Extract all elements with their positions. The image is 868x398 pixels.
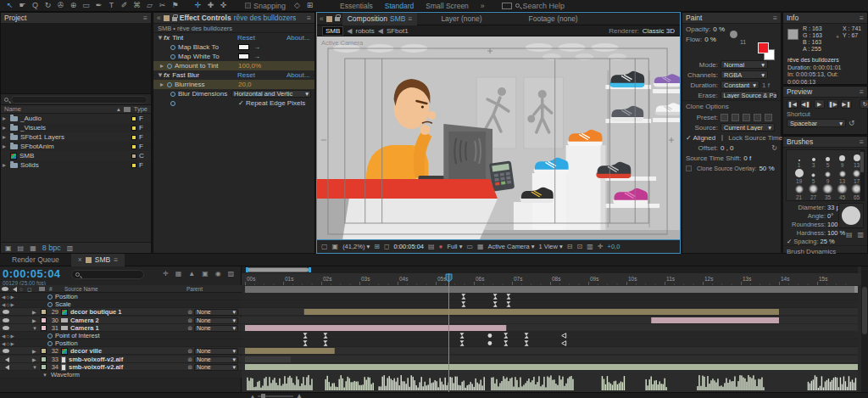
amount-to-tint-value[interactable]: 100,0% <box>238 62 261 70</box>
project-col-name[interactable]: Name <box>4 105 114 113</box>
eyedropper-arrow-icon[interactable]: → <box>253 43 260 51</box>
crumb-sfbot1[interactable]: SFbot1 <box>387 27 409 35</box>
effect-fast-blur-row[interactable]: ▼fx Fast Blur Reset About... <box>153 70 314 80</box>
lock-icon[interactable] <box>335 17 340 21</box>
timeline-timecode[interactable]: 0:00:05:04 <box>3 267 61 280</box>
eyedropper-arrow-icon[interactable]: → <box>253 53 260 60</box>
brush-preset-9[interactable]: 9 <box>835 152 849 168</box>
label-color-swatch[interactable] <box>131 126 136 131</box>
duration-frames[interactable]: 1 f <box>762 81 770 89</box>
next-frame-button[interactable]: ❚▶ <box>827 99 838 109</box>
transparency-grid-icon[interactable]: ▦ <box>477 243 484 250</box>
visibility-eye-icon[interactable] <box>0 318 19 322</box>
resolution-dropdown[interactable]: Full ▾ <box>447 243 462 250</box>
map-white-row[interactable]: Map White To → <box>153 52 314 61</box>
expander-icon[interactable]: ▶ <box>32 356 41 362</box>
offset-value[interactable]: 0 , 0 <box>721 144 734 152</box>
flow-value[interactable]: 0 % <box>704 36 716 43</box>
project-search-input[interactable] <box>11 96 147 104</box>
sync-settings-icon[interactable] <box>502 3 512 9</box>
world-axis-mode-icon[interactable]: ✚ <box>204 1 217 11</box>
pixel-aspect-icon[interactable]: ⊟ <box>567 243 573 250</box>
stopwatch-icon[interactable] <box>167 64 172 69</box>
frame-blending-icon[interactable]: ▣ <box>202 270 209 277</box>
brush-grid-scrollbar[interactable] <box>860 150 864 200</box>
ram-preview-icon[interactable]: ↺ <box>849 119 855 127</box>
pen-tool-icon[interactable]: ✒ <box>92 1 105 11</box>
property-name[interactable]: Scale <box>55 300 71 308</box>
panel-menu-icon[interactable]: ≡ <box>143 14 147 22</box>
angle-value[interactable]: 0° <box>827 212 833 220</box>
rotation-tool-icon[interactable]: ↻ <box>42 1 54 11</box>
panel-menu-icon[interactable]: ≡ <box>307 14 311 22</box>
delete-brush-icon[interactable]: ▥ <box>857 231 864 238</box>
roto-brush-tool-icon[interactable]: ✂ <box>156 1 169 11</box>
project-item-sfbot1-layers[interactable]: ▸SFbot1 LayersF <box>1 132 151 142</box>
selection-tool-icon[interactable]: ↖ <box>3 1 16 11</box>
layer-duration-bar[interactable] <box>245 325 506 331</box>
brush-preset-1[interactable]: 1 <box>792 152 806 168</box>
timeline-h-scrollbar[interactable] <box>248 268 309 272</box>
hardness-value[interactable]: 100 % <box>827 229 845 237</box>
pan-behind-tool-icon[interactable]: ⊕ <box>67 1 80 11</box>
project-bpc[interactable]: 8 bpc <box>42 244 61 252</box>
layer-row-32[interactable]: ▶32decor ville⊚None▾ <box>0 347 242 355</box>
property-row-position[interactable]: ◀◇▶Position <box>0 293 242 300</box>
aligned-checkbox[interactable]: ✓ Aligned <box>686 134 715 142</box>
zoom-level-dropdown[interactable]: (41,2%) ▾ <box>342 243 370 250</box>
panel-menu-icon[interactable]: ≡ <box>860 14 864 22</box>
project-item-solids[interactable]: ▸SolidsF <box>1 160 151 170</box>
brush-preset-45[interactable]: 45 <box>835 184 849 200</box>
duration-dropdown[interactable]: Constant▾ <box>721 81 760 89</box>
layer-label-swatch[interactable] <box>41 317 47 323</box>
exposure-value[interactable]: +0,0 <box>608 243 620 250</box>
map-white-swatch[interactable] <box>238 53 249 59</box>
brushes-panel-header[interactable]: Brushes ≡ <box>783 137 867 148</box>
clone-preset-1[interactable] <box>721 114 728 121</box>
brush-preset-19[interactable]: 19 <box>792 168 806 184</box>
property-row-position[interactable]: ◀◇▶Position <box>0 339 242 347</box>
effect-tint-row[interactable]: ▼fx Tint Reset About... <box>153 33 314 42</box>
property-row-point-of-interest[interactable]: ◀◇▶Point of Interest <box>0 332 242 339</box>
audio-speaker-icon[interactable] <box>0 357 19 362</box>
magnification-icon[interactable]: ▣ <box>332 243 339 250</box>
viewer-timecode[interactable]: 0:00:05:04 <box>394 243 424 250</box>
amount-to-tint-row[interactable]: ▸ Amount to Tint 100,0% <box>153 61 314 70</box>
label-color-swatch[interactable] <box>131 116 136 121</box>
clone-source-overlay-checkbox[interactable] <box>686 165 692 171</box>
local-axis-mode-icon[interactable]: ✛ <box>192 1 204 11</box>
parent-pickwhip-icon[interactable]: ⊚ <box>187 356 192 363</box>
spacing-value[interactable]: 25 % <box>820 238 834 245</box>
panel-menu-icon[interactable]: ≡ <box>773 14 777 22</box>
hide-shy-layers-icon[interactable]: ▲ <box>188 270 195 277</box>
layer-row-33[interactable]: ▶33smb-voixoff-v2.aif⊚None▾ <box>0 356 242 363</box>
timeline-button-icon[interactable]: ▥ <box>587 243 593 250</box>
reset-offset-icon[interactable]: ↻ <box>771 144 777 152</box>
layer-duration-bar[interactable] <box>304 309 779 315</box>
source-name-column[interactable]: Source Name <box>64 286 98 292</box>
panel-menu-icon[interactable]: ≡ <box>408 14 412 23</box>
audio-speaker-icon[interactable] <box>0 365 19 370</box>
expander-icon[interactable]: ▶ <box>32 309 41 315</box>
new-composition-icon[interactable]: ▦ <box>30 244 36 252</box>
flowchart-icon[interactable]: ✛ <box>598 243 604 250</box>
brush-preset-27[interactable]: 27 <box>806 184 821 200</box>
label-color-swatch[interactable] <box>131 135 136 140</box>
fast-blur-about-link[interactable]: About... <box>287 71 310 79</box>
parent-pickwhip-icon[interactable]: ⊚ <box>187 317 192 324</box>
lock-source-time-checkbox[interactable] <box>721 135 723 141</box>
paint-panel-header[interactable]: Paint ≡ <box>682 13 781 24</box>
crumb-robots[interactable]: robots <box>356 27 375 35</box>
puppet-pin-tool-icon[interactable]: ⚑ <box>169 1 181 11</box>
keyframe-hold[interactable] <box>488 341 492 345</box>
brush-tool-icon[interactable]: ✐ <box>118 1 131 11</box>
layer-label-swatch[interactable] <box>41 309 47 315</box>
close-icon[interactable]: × <box>78 255 82 264</box>
layer-row-30[interactable]: ▶30Camera 2⊚None▾ <box>0 317 242 324</box>
layer-name[interactable]: decor boutique 1 <box>70 308 187 316</box>
snapping-checkbox[interactable] <box>245 3 251 8</box>
stopwatch-icon[interactable] <box>167 82 172 87</box>
erase-dropdown[interactable]: Layer Source & Paint▾ <box>721 91 777 99</box>
waveform-row[interactable]: ▼Waveform <box>0 371 242 378</box>
keyframe-navigator[interactable]: ◀◇▶ <box>0 294 19 300</box>
